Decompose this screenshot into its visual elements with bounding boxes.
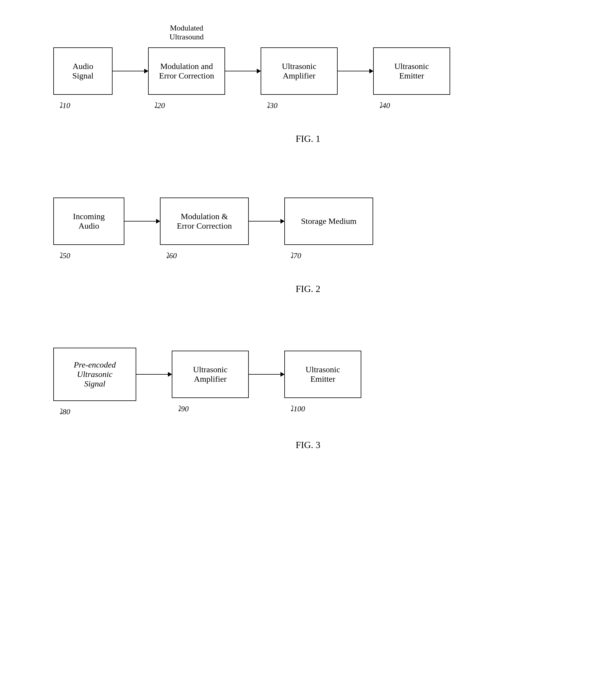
block-20: Modulation andError Correction (148, 47, 225, 95)
figure-3-section: Pre-encodedUltrasonicSignal ⤵80 Ultrason… (24, 324, 592, 456)
fig2-diagram: IncomingAudio ⤵50 Modulation &Error Corr… (24, 174, 592, 269)
arrow-line-1 (113, 71, 148, 72)
block-30: UltrasonicAmplifier (261, 47, 338, 95)
arrow-line-3 (338, 71, 373, 72)
block-30-label: UltrasonicAmplifier (282, 61, 317, 81)
label-10: ⤵10 (59, 101, 70, 110)
page: AudioSignal ⤵10 ModulatedUltrasound Modu… (0, 0, 616, 677)
label-30: ⤵30 (266, 101, 277, 110)
block-10-wrapper: AudioSignal ⤵10 (53, 47, 113, 95)
label-100: ⤵100 (290, 405, 305, 413)
arrow-line-2 (225, 71, 261, 72)
block-80-label: Pre-encodedUltrasonicSignal (74, 360, 116, 389)
fig3-diagram: Pre-encodedUltrasonicSignal ⤵80 Ultrason… (24, 324, 592, 425)
label-60: ⤵60 (165, 252, 177, 260)
arrow-1 (113, 71, 148, 72)
arrow-line-fig2-1 (124, 221, 160, 222)
label-90: ⤵90 (177, 405, 189, 413)
arrow-2 (225, 71, 261, 72)
arrow-line-fig2-2 (249, 221, 284, 222)
above-label-20: ModulatedUltrasound (169, 24, 204, 41)
label-40: ⤵40 (379, 101, 390, 110)
block-90-label: UltrasonicAmplifier (193, 365, 228, 384)
block-90: UltrasonicAmplifier (172, 351, 249, 398)
block-70-wrapper: Storage Medium ⤵70 (284, 197, 373, 245)
arrow-fig3-2 (249, 374, 284, 375)
arrow-fig2-2 (249, 221, 284, 222)
label-20: ⤵20 (153, 101, 165, 110)
block-40-label: UltrasonicEmitter (394, 61, 429, 81)
block-10: AudioSignal (53, 47, 113, 95)
arrow-3 (338, 71, 373, 72)
block-20-label: Modulation andError Correction (159, 61, 214, 81)
block-50-label: IncomingAudio (73, 212, 104, 231)
block-40: UltrasonicEmitter (373, 47, 450, 95)
block-100-label: UltrasonicEmitter (306, 365, 340, 384)
block-60-wrapper: Modulation &Error Correction ⤵60 (160, 197, 249, 245)
figure-2-section: IncomingAudio ⤵50 Modulation &Error Corr… (24, 174, 592, 300)
fig1-caption: FIG. 1 (24, 133, 592, 150)
block-50-wrapper: IncomingAudio ⤵50 (53, 197, 124, 245)
block-50: IncomingAudio (53, 197, 124, 245)
fig2-caption: FIG. 2 (24, 283, 592, 300)
fig1-diagram: AudioSignal ⤵10 ModulatedUltrasound Modu… (24, 18, 592, 119)
arrow-line-fig3-2 (249, 374, 284, 375)
label-80: ⤵80 (59, 407, 70, 416)
block-80: Pre-encodedUltrasonicSignal (53, 348, 136, 401)
arrow-line-fig3-1 (136, 374, 172, 375)
block-70-label: Storage Medium (301, 217, 356, 226)
block-100: UltrasonicEmitter (284, 351, 361, 398)
fig3-caption: FIG. 3 (24, 440, 592, 456)
figure-1-section: AudioSignal ⤵10 ModulatedUltrasound Modu… (24, 18, 592, 150)
label-50: ⤵50 (59, 252, 70, 260)
block-70: Storage Medium (284, 197, 373, 245)
block-20-wrapper: ModulatedUltrasound Modulation andError … (148, 47, 225, 95)
block-90-wrapper: UltrasonicAmplifier ⤵90 (172, 351, 249, 398)
block-10-label: AudioSignal (72, 61, 94, 81)
block-80-wrapper: Pre-encodedUltrasonicSignal ⤵80 (53, 348, 136, 401)
arrow-fig3-1 (136, 374, 172, 375)
block-40-wrapper: UltrasonicEmitter ⤵40 (373, 47, 450, 95)
block-60: Modulation &Error Correction (160, 197, 249, 245)
block-100-wrapper: UltrasonicEmitter ⤵100 (284, 351, 361, 398)
block-60-label: Modulation &Error Correction (177, 212, 232, 231)
label-70: ⤵70 (290, 252, 301, 260)
block-30-wrapper: UltrasonicAmplifier ⤵30 (261, 47, 338, 95)
arrow-fig2-1 (124, 221, 160, 222)
